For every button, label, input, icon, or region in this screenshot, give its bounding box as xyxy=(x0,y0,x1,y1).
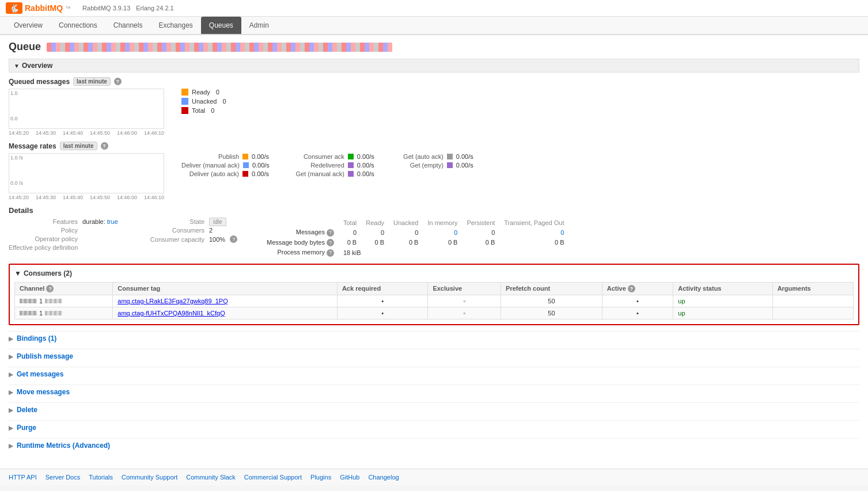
move-messages-section: ▶ Move messages xyxy=(9,385,859,399)
footer-community-slack[interactable]: Community Slack xyxy=(186,474,236,481)
redelivered-value: 0.00/s xyxy=(357,162,374,169)
consumer-2-channel: 1 xyxy=(15,307,113,319)
footer-community-support[interactable]: Community Support xyxy=(122,474,177,481)
message-bytes-help[interactable]: ? xyxy=(327,239,334,246)
overview-section-header[interactable]: ▼ Overview xyxy=(9,59,859,73)
rate-publish: Publish 0.00/s xyxy=(181,153,270,160)
logo-text: RabbitMQ xyxy=(25,3,63,13)
message-rates-help[interactable]: ? xyxy=(101,142,108,150)
messages-help[interactable]: ? xyxy=(327,229,334,237)
channel-1-visual xyxy=(20,299,37,303)
state-key: State xyxy=(135,218,204,225)
consumer-capacity-val: 100% xyxy=(209,236,225,243)
consumer-capacity-row: Consumer capacity 100% ? xyxy=(135,235,262,243)
runtime-metrics-header[interactable]: ▶ Runtime Metrics (Advanced) xyxy=(9,438,859,452)
publish-message-header[interactable]: ▶ Publish message xyxy=(9,349,859,363)
consumer-ack-value: 0.00/s xyxy=(357,153,374,160)
consumer-1-arguments xyxy=(772,295,853,307)
details-left-col: Features durable: true Policy Operator p… xyxy=(9,218,135,258)
consumer-1-tag-link[interactable]: amq.ctag-LRakLE3Fqa27gwkq89_1PQ xyxy=(117,298,228,305)
features-val: durable: true xyxy=(82,218,118,225)
rate-redelivered: Redelivered 0.00/s xyxy=(287,162,374,169)
queued-messages-help[interactable]: ? xyxy=(114,78,122,85)
move-messages-arrow: ▶ xyxy=(9,389,13,395)
move-messages-header[interactable]: ▶ Move messages xyxy=(9,385,859,399)
nav-channels[interactable]: Channels xyxy=(105,17,151,34)
consumer-1-channel: 1 xyxy=(15,295,113,307)
messages-total: 0 xyxy=(339,227,361,238)
chart2-y-bottom: 0.0 /s xyxy=(10,180,23,186)
policy-row: Policy xyxy=(9,227,135,234)
footer-plugins[interactable]: Plugins xyxy=(310,474,331,481)
time-badge: last minute xyxy=(73,77,111,86)
footer-tutorials[interactable]: Tutorials xyxy=(89,474,113,481)
stats-total-header: Total xyxy=(339,218,361,227)
process-memory-help[interactable]: ? xyxy=(327,249,334,257)
messages-unacked: 0 xyxy=(389,227,423,238)
consumers-title: Consumers (2) xyxy=(24,269,72,277)
bindings-header[interactable]: ▶ Bindings (1) xyxy=(9,331,859,345)
nav-connections[interactable]: Connections xyxy=(51,17,105,34)
redelivered-dot xyxy=(348,162,354,168)
nav-overview[interactable]: Overview xyxy=(6,17,51,34)
col-prefetch-count: Prefetch count xyxy=(501,282,602,295)
footer-commercial-support[interactable]: Commercial Support xyxy=(244,474,302,481)
purge-header[interactable]: ▶ Purge xyxy=(9,420,859,435)
rates-columns: Publish 0.00/s Deliver (manual ack) 0.00… xyxy=(181,153,473,177)
details-label: Details xyxy=(9,206,859,215)
footer-http-api[interactable]: HTTP API xyxy=(9,474,37,481)
consumers-section: ▼ Consumers (2) Channel ? Consumer tag A… xyxy=(9,264,859,326)
publish-dot xyxy=(242,154,248,159)
unacked-value: 0 xyxy=(222,98,226,105)
nav-admin[interactable]: Admin xyxy=(241,17,277,34)
channel-2-visual xyxy=(20,311,37,315)
stats-header-row: Total Ready Unacked In memory Persistent… xyxy=(262,218,568,227)
get-messages-section: ▶ Get messages xyxy=(9,367,859,381)
get-messages-header[interactable]: ▶ Get messages xyxy=(9,367,859,381)
deliver-manual-label: Deliver (manual ack) xyxy=(181,162,240,169)
redelivered-label: Redelivered xyxy=(287,162,344,169)
queue-name-banner xyxy=(47,43,392,52)
details-middle-col: State idle Consumers 2 Consumer capacity… xyxy=(135,218,262,258)
consumers-arrow: ▼ xyxy=(14,269,21,277)
nav-exchanges[interactable]: Exchanges xyxy=(150,17,200,34)
total-label: Total xyxy=(192,107,205,114)
consumer-2-tag: amq.ctag-fUHTxCPQA98nNIl1_kCfqQ xyxy=(113,307,338,319)
process-memory-label-cell: Process memory ? xyxy=(262,248,339,258)
bindings-arrow: ▶ xyxy=(9,336,13,342)
ready-value: 0 xyxy=(216,89,219,96)
footer-github[interactable]: GitHub xyxy=(340,474,359,481)
deliver-manual-value: 0.00/s xyxy=(252,162,270,169)
channel-cell-1: 1 xyxy=(20,298,108,305)
chart1-y-bottom: 0.0 xyxy=(10,116,18,121)
runtime-metrics-label: Runtime Metrics (Advanced) xyxy=(17,441,110,450)
operator-policy-key: Operator policy xyxy=(9,235,78,242)
footer-server-docs[interactable]: Server Docs xyxy=(46,474,81,481)
consumers-section-header[interactable]: ▼ Consumers (2) xyxy=(14,269,854,277)
deliver-auto-label: Deliver (auto ack) xyxy=(181,170,239,177)
consumer-2-tag-link[interactable]: amq.ctag-fUHTxCPQA98nNIl1_kCfqQ xyxy=(117,310,225,317)
messages-inmemory: 0 xyxy=(423,227,462,238)
messages-ready: 0 xyxy=(361,227,389,238)
main-content: Queue ▼ Overview Queued messages last mi… xyxy=(0,35,868,469)
message-bytes-persistent: 0 B xyxy=(462,238,499,248)
message-bytes-row: Message body bytes ? 0 B 0 B 0 B 0 B 0 B… xyxy=(262,238,568,248)
bindings-section: ▶ Bindings (1) xyxy=(9,331,859,345)
nav-queues[interactable]: Queues xyxy=(201,17,241,34)
consumer-capacity-help[interactable]: ? xyxy=(230,235,237,243)
get-empty-value: 0.00/s xyxy=(456,162,473,169)
time-badge2: last minute xyxy=(60,142,97,150)
messages-row: Messages ? 0 0 0 0 0 0 xyxy=(262,227,568,238)
consumer-1-ack: • xyxy=(337,295,427,307)
rate-get-empty: Get (empty) 0.00/s xyxy=(392,162,473,169)
total-dot xyxy=(181,107,188,114)
consumer-1-status: up xyxy=(673,295,772,307)
col-arguments: Arguments xyxy=(772,282,853,295)
publish-value: 0.00/s xyxy=(252,153,269,160)
messages-transient: 0 xyxy=(499,227,568,238)
message-rates-chart-area: 1.0 /s 0.0 /s 14:45:20 14:45:30 14:45:40… xyxy=(9,153,859,200)
queued-messages-label: Queued messages xyxy=(9,78,70,86)
get-manual-ack-value: 0.00/s xyxy=(357,170,374,177)
delete-header[interactable]: ▶ Delete xyxy=(9,402,859,417)
footer-changelog[interactable]: Changelog xyxy=(368,474,399,481)
